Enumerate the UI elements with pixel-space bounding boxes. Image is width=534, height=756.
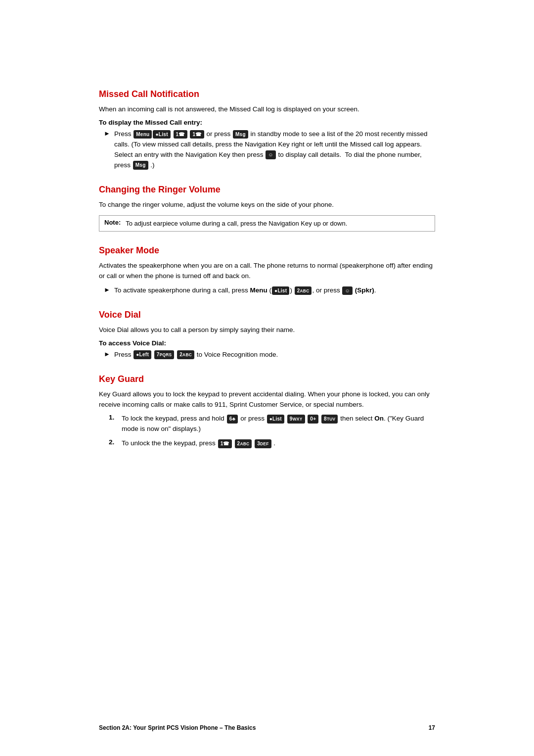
voice-label: To access Voice Dial: bbox=[99, 339, 435, 347]
section-ringer-volume: Changing the Ringer Volume To change the… bbox=[99, 185, 435, 232]
footer-page-number: 17 bbox=[429, 724, 435, 731]
missed-call-bullet-text: Press Menu●List 1☎ 1☎ or press Msg in st… bbox=[114, 129, 435, 171]
key-0plus: 0+ bbox=[308, 415, 318, 424]
section-title-keyguard: Key Guard bbox=[99, 374, 435, 384]
ringer-body: To change the ringer volume, adjust the … bbox=[99, 200, 435, 210]
key-list-spkr: ●List bbox=[272, 286, 289, 295]
page: Missed Call Notification When an incomin… bbox=[0, 0, 534, 756]
keyguard-item-2: 2. To unlock the the keypad, press 1☎ 2A… bbox=[109, 438, 435, 449]
section-title-missed-call: Missed Call Notification bbox=[99, 89, 435, 99]
keyguard-item-1: 1. To lock the keypad, press and hold 6♣… bbox=[109, 414, 435, 434]
missed-call-body: When an incoming call is not answered, t… bbox=[99, 104, 435, 115]
voice-body: Voice Dial allows you to call a person b… bbox=[99, 325, 435, 335]
number-2: 2. bbox=[109, 438, 118, 446]
page-footer: Section 2A: Your Sprint PCS Vision Phone… bbox=[99, 724, 435, 731]
footer-section-label: Section 2A: Your Sprint PCS Vision Phone… bbox=[99, 724, 256, 731]
section-voice-dial: Voice Dial Voice Dial allows you to call… bbox=[99, 310, 435, 360]
number-1: 1. bbox=[109, 414, 118, 421]
note-text: To adjust earpiece volume during a call,… bbox=[126, 219, 347, 229]
key-msg: Msg bbox=[233, 130, 248, 139]
key-8tuv: 8TUV bbox=[321, 415, 338, 424]
key-9wxy: 9WXY bbox=[287, 415, 305, 424]
note-label: Note: bbox=[104, 219, 121, 226]
keyguard-text-2: To unlock the the keypad, press 1☎ 2ABC … bbox=[122, 438, 435, 449]
missed-call-label: To display the Missed Call entry: bbox=[99, 119, 435, 126]
section-missed-call: Missed Call Notification When an incomin… bbox=[99, 89, 435, 171]
bullet-arrow-icon: ► bbox=[104, 130, 110, 138]
key-6: 6♣ bbox=[227, 415, 238, 424]
key-3def: 3DEF bbox=[255, 439, 271, 448]
bullet-arrow-icon-2: ► bbox=[104, 286, 110, 294]
section-title-voice: Voice Dial bbox=[99, 310, 435, 320]
key-1a: 1☎ bbox=[174, 130, 187, 139]
key-7pqrs: 7PQRS bbox=[154, 350, 175, 359]
keyguard-body: Key Guard allows you to lock the keypad … bbox=[99, 389, 435, 410]
key-msg2: Msg bbox=[133, 161, 148, 170]
note-box: Note: To adjust earpiece volume during a… bbox=[99, 215, 435, 232]
section-title-speaker: Speaker Mode bbox=[99, 245, 435, 256]
voice-bullet: ► Press ●Left 7PQRS 2ABC to Voice Recogn… bbox=[104, 350, 435, 360]
speaker-bullet-text: To activate speakerphone during a call, … bbox=[114, 285, 435, 296]
speaker-body: Activates the speakerphone when you are … bbox=[99, 261, 435, 282]
section-speaker-mode: Speaker Mode Activates the speakerphone … bbox=[99, 245, 435, 296]
missed-call-bullet: ► Press Menu●List 1☎ 1☎ or press Msg in … bbox=[104, 129, 435, 171]
key-list2: ●List bbox=[267, 415, 284, 424]
key-2abc: 2ABC bbox=[295, 286, 312, 295]
key-left: ●Left bbox=[134, 350, 151, 359]
key-spkr1: ☺ bbox=[266, 150, 276, 159]
key-1b: 1☎ bbox=[190, 130, 204, 139]
key-list1: ●List bbox=[153, 130, 170, 139]
speaker-bullet: ► To activate speakerphone during a call… bbox=[104, 285, 435, 296]
keyguard-list: 1. To lock the keypad, press and hold 6♣… bbox=[109, 414, 435, 449]
bullet-arrow-icon-3: ► bbox=[104, 350, 110, 358]
key-menu: Menu bbox=[134, 130, 152, 139]
key-2abc2: 2ABC bbox=[177, 350, 194, 359]
key-2abc3: 2ABC bbox=[235, 439, 252, 448]
key-1c: 1☎ bbox=[218, 439, 232, 448]
keyguard-text-1: To lock the keypad, press and hold 6♣ or… bbox=[122, 414, 435, 434]
key-spkr2: ☺ bbox=[342, 286, 353, 295]
section-title-ringer: Changing the Ringer Volume bbox=[99, 185, 435, 195]
section-key-guard: Key Guard Key Guard allows you to lock t… bbox=[99, 374, 435, 449]
voice-bullet-text: Press ●Left 7PQRS 2ABC to Voice Recognit… bbox=[114, 350, 435, 360]
